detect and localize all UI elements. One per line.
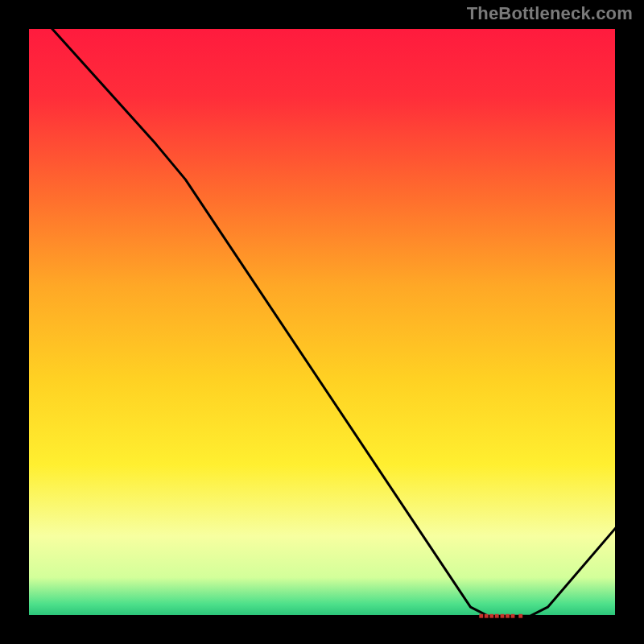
optimal-range-marker-label: ■■■■■■■ ■ <box>478 611 523 620</box>
chart-stage: TheBottleneck.com ■■■■■■■ ■ <box>0 0 644 644</box>
watermark-text: TheBottleneck.com <box>467 3 633 24</box>
chart-svg <box>0 0 644 644</box>
plot-background <box>25 25 619 619</box>
